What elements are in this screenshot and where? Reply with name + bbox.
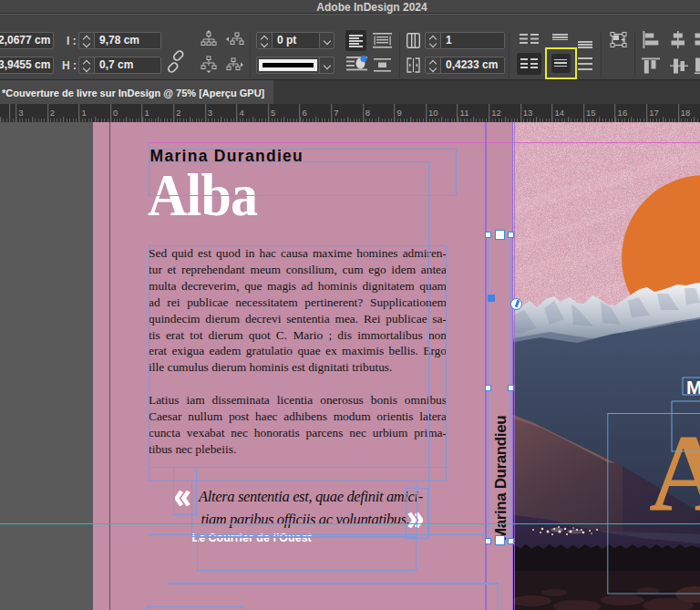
svg-text:M: M: [686, 377, 700, 398]
svg-text:A: A: [649, 412, 700, 533]
